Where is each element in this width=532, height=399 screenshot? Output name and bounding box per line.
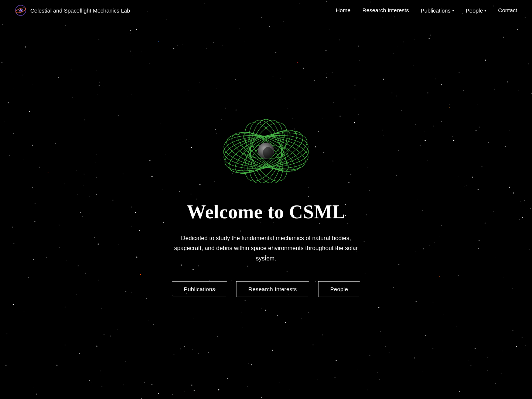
hero-section: Welcome to CSML Dedicated to study the f… bbox=[0, 0, 532, 399]
nav-item-publications[interactable]: Publications ▾ bbox=[421, 7, 454, 14]
people-chevron-icon: ▾ bbox=[484, 8, 486, 13]
nav-item-research-interests[interactable]: Research Interests bbox=[362, 7, 409, 14]
navbar: Celestial and Spaceflight Mechanics Lab … bbox=[0, 0, 532, 21]
cta-buttons: Publications Research Interests People bbox=[172, 281, 360, 297]
brand-logo-icon bbox=[15, 4, 27, 16]
nav-links: Home Research Interests Publications ▾ P… bbox=[336, 7, 517, 14]
nav-item-home[interactable]: Home bbox=[336, 7, 351, 14]
nav-link-contact[interactable]: Contact bbox=[498, 7, 517, 13]
nav-item-people[interactable]: People ▾ bbox=[466, 7, 487, 14]
nav-link-home[interactable]: Home bbox=[336, 7, 351, 13]
research-interests-cta-button[interactable]: Research Interests bbox=[236, 281, 309, 297]
publications-cta-button[interactable]: Publications bbox=[172, 281, 227, 297]
brand-name-text: Celestial and Spaceflight Mechanics Lab bbox=[30, 7, 130, 14]
publications-chevron-icon: ▾ bbox=[452, 8, 454, 13]
nav-link-publications: Publications bbox=[421, 7, 451, 14]
hero-subtitle: Dedicated to study the fundamental mecha… bbox=[174, 233, 358, 263]
orbital-visualization bbox=[218, 109, 314, 183]
nav-item-contact[interactable]: Contact bbox=[498, 7, 517, 14]
nav-link-people: People bbox=[466, 7, 483, 14]
orbital-svg bbox=[218, 109, 314, 183]
hero-title: Welcome to CSML bbox=[187, 201, 345, 223]
nav-link-research-interests[interactable]: Research Interests bbox=[362, 7, 409, 13]
people-cta-button[interactable]: People bbox=[318, 281, 361, 297]
nav-brand[interactable]: Celestial and Spaceflight Mechanics Lab bbox=[15, 4, 130, 16]
